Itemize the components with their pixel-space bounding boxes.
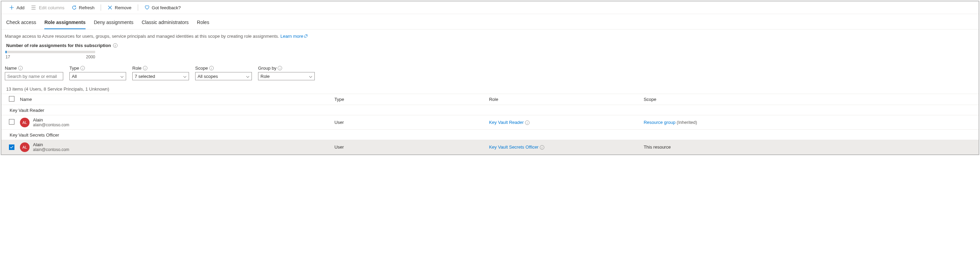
avatar: AL — [20, 142, 30, 152]
plus-icon — [9, 5, 14, 10]
info-icon[interactable]: i — [540, 145, 544, 150]
filter-bar: Name i Type i All Role i 7 selected Scop… — [2, 60, 978, 83]
svg-rect-4 — [33, 7, 34, 8]
user-email: alain@contoso.com — [33, 147, 69, 152]
heart-icon — [144, 5, 150, 10]
header-role[interactable]: Role — [486, 94, 641, 105]
toolbar-separator — [138, 5, 138, 11]
external-link-icon — [304, 34, 307, 39]
gauge-max: 2000 — [86, 55, 95, 59]
description-body: Manage access to Azure resources for use… — [5, 34, 279, 39]
add-button[interactable]: Add — [6, 3, 27, 12]
tab-deny-assignments[interactable]: Deny assignments — [94, 19, 133, 29]
row-type: User — [332, 140, 486, 155]
info-icon[interactable]: i — [80, 66, 85, 70]
role-dropdown[interactable]: 7 selected — [132, 72, 189, 80]
row-scope-link[interactable]: Resource group — [644, 120, 676, 125]
svg-rect-6 — [32, 9, 33, 9]
group-header: Key Vault Reader — [2, 105, 978, 115]
filter-scope-label: Scope — [195, 66, 208, 71]
table-row[interactable]: AL Alain alain@contoso.com User Key Vaul… — [2, 115, 978, 130]
refresh-icon — [72, 5, 77, 10]
columns-icon — [31, 5, 37, 10]
tab-bar: Check access Role assignments Deny assig… — [2, 14, 978, 30]
refresh-button[interactable]: Refresh — [69, 3, 98, 12]
type-dropdown[interactable]: All — [69, 72, 126, 80]
chevron-down-icon — [246, 74, 250, 79]
row-scope-text: This resource — [641, 140, 978, 155]
chevron-down-icon — [183, 74, 186, 79]
items-summary: 13 items (4 Users, 8 Service Principals,… — [2, 83, 978, 94]
filter-groupby-label: Group by — [258, 66, 276, 71]
description-text: Manage access to Azure resources for use… — [2, 30, 978, 41]
scope-inherited: (Inherited) — [676, 120, 697, 125]
svg-rect-7 — [33, 9, 34, 9]
learn-more-link[interactable]: Learn more — [280, 34, 307, 39]
row-type: User — [332, 115, 486, 130]
info-icon[interactable]: i — [143, 66, 147, 70]
svg-rect-0 — [32, 5, 33, 6]
svg-rect-8 — [34, 9, 35, 9]
user-email: alain@contoso.com — [33, 123, 69, 127]
assignment-gauge: 17 2000 — [2, 49, 99, 60]
assignment-count-label: Number of role assignments for this subs… — [2, 41, 978, 49]
feedback-button[interactable]: Got feedback? — [142, 3, 184, 12]
command-bar: Add Edit columns Refresh Remove Go — [2, 2, 978, 14]
table-row[interactable]: AL Alain alain@contoso.com User Key Vaul… — [2, 140, 978, 155]
svg-rect-2 — [34, 5, 35, 6]
info-icon[interactable]: i — [113, 43, 118, 48]
header-scope[interactable]: Scope — [641, 94, 978, 105]
edit-columns-label: Edit columns — [39, 5, 64, 10]
header-type[interactable]: Type — [332, 94, 486, 105]
info-icon[interactable]: i — [525, 120, 530, 125]
row-checkbox[interactable] — [9, 144, 14, 150]
feedback-label: Got feedback? — [152, 5, 181, 10]
toolbar-separator — [101, 5, 101, 11]
row-role-link[interactable]: Key Vault Secrets Officer — [489, 144, 538, 150]
row-checkbox[interactable] — [9, 119, 14, 125]
row-role-link[interactable]: Key Vault Reader — [489, 120, 524, 125]
info-icon[interactable]: i — [18, 66, 23, 70]
info-icon[interactable]: i — [209, 66, 214, 70]
filter-type-label: Type — [69, 66, 79, 71]
remove-label: Remove — [115, 5, 131, 10]
chevron-down-icon — [120, 74, 124, 79]
user-name: Alain — [33, 117, 69, 123]
info-icon[interactable]: i — [278, 66, 282, 70]
filter-name-label: Name — [5, 66, 17, 71]
tab-check-access[interactable]: Check access — [6, 19, 36, 29]
group-header: Key Vault Secrets Officer — [2, 130, 978, 140]
tab-role-assignments[interactable]: Role assignments — [45, 19, 86, 29]
search-input[interactable] — [5, 72, 63, 80]
role-assignments-table: Name Type Role Scope Key Vault Reader AL… — [2, 94, 978, 155]
add-label: Add — [16, 5, 24, 10]
header-name[interactable]: Name — [17, 94, 332, 105]
svg-rect-3 — [32, 7, 33, 8]
groupby-dropdown[interactable]: Role — [258, 72, 315, 80]
tab-classic-admins[interactable]: Classic administrators — [142, 19, 189, 29]
svg-rect-5 — [34, 7, 35, 8]
tab-roles[interactable]: Roles — [197, 19, 209, 29]
remove-icon — [107, 5, 113, 10]
avatar: AL — [20, 118, 30, 127]
edit-columns-button[interactable]: Edit columns — [29, 3, 67, 12]
chevron-down-icon — [309, 74, 312, 79]
remove-button[interactable]: Remove — [105, 3, 134, 12]
filter-role-label: Role — [132, 66, 142, 71]
user-name: Alain — [33, 142, 69, 147]
gauge-current: 17 — [5, 55, 10, 59]
select-all-checkbox[interactable] — [9, 96, 14, 101]
refresh-label: Refresh — [79, 5, 95, 10]
scope-dropdown[interactable]: All scopes — [195, 72, 252, 80]
svg-rect-1 — [33, 5, 34, 6]
